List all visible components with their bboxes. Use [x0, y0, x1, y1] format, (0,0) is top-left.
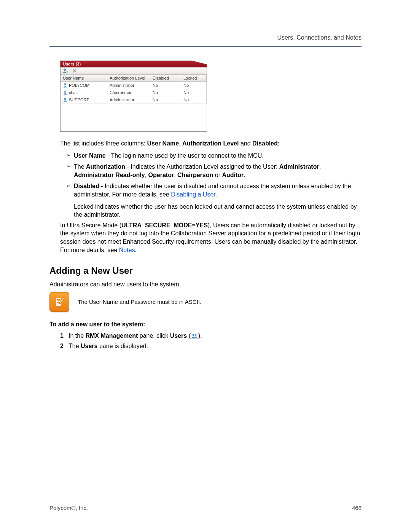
cell-disabled: No — [150, 82, 181, 89]
footer-page: 468 — [352, 505, 362, 511]
users-pane-title: Users (3) — [61, 61, 207, 67]
svg-rect-11 — [57, 302, 59, 303]
bullet-username: User Name - The login name used by the u… — [66, 152, 362, 160]
users-button-icon — [191, 333, 198, 339]
col-username: User Name — [61, 75, 107, 82]
col-authlevel: Authorization Level — [107, 75, 150, 82]
steps-list: In the RMX Management pane, click Users … — [60, 332, 362, 350]
svg-rect-9 — [57, 299, 61, 300]
users-pane: Users (3) — [60, 61, 207, 132]
col-locked: Locked — [181, 75, 207, 82]
svg-point-5 — [64, 83, 66, 85]
svg-point-14 — [193, 334, 194, 335]
svg-point-7 — [64, 98, 66, 99]
note-block: The User Name and Password must be in AS… — [49, 292, 362, 312]
step-2: The Users pane is displayed. — [60, 342, 362, 350]
cell-auth: Chairperson — [107, 89, 150, 96]
users-table-header: User Name Authorization Level Disabled L… — [61, 75, 207, 82]
link-disabling-user[interactable]: Disabling a User — [171, 191, 215, 198]
cell-username: chair — [69, 90, 78, 95]
header-rule — [49, 46, 362, 47]
users-pane-toolbar — [61, 67, 207, 75]
heading-adding-user: Adding a New User — [49, 265, 362, 277]
cell-locked: No — [181, 96, 207, 104]
adding-intro: Administrators can add new users to the … — [49, 280, 362, 289]
column-bullets: User Name - The login name used by the u… — [66, 152, 362, 199]
subhead-add-user: To add a new user to the system: — [49, 320, 362, 329]
cell-auth: Administrator — [107, 82, 150, 89]
cell-auth: Administrator — [107, 96, 150, 104]
footer-company: Polycom®, Inc. — [49, 505, 88, 511]
svg-point-0 — [64, 69, 66, 71]
svg-point-15 — [195, 334, 196, 336]
user-icon — [63, 97, 67, 102]
step-1: In the RMX Management pane, click Users … — [60, 332, 362, 340]
users-table-body: POLYCOM Administrator No No chair Chairp… — [61, 82, 207, 131]
svg-rect-10 — [57, 300, 61, 301]
note-icon — [49, 292, 69, 312]
table-row[interactable]: POLYCOM Administrator No No — [61, 82, 207, 89]
table-row[interactable]: chair Chairperson No No — [61, 89, 207, 96]
bullet-authorization: The Authorization - Indicates the Author… — [66, 163, 362, 179]
svg-point-6 — [64, 91, 66, 92]
bullet-disabled: Disabled - Indicates whether the user is… — [66, 182, 362, 198]
columns-intro: The list includes three columns: User Na… — [60, 139, 362, 148]
add-user-icon[interactable] — [63, 68, 68, 73]
cell-username: POLYCOM — [69, 83, 89, 88]
note-text: The User Name and Password must be in AS… — [78, 298, 201, 306]
user-icon — [63, 90, 67, 95]
ultra-secure-paragraph: In Ultra Secure Mode (ULTRA_SECURE_MODE=… — [60, 221, 362, 254]
locked-paragraph: Locked indicates whether the user has be… — [74, 203, 362, 219]
cell-disabled: No — [150, 96, 181, 104]
col-disabled: Disabled — [150, 75, 181, 82]
table-row[interactable]: SUPPORT Administrator No No — [61, 96, 207, 104]
page-header-section: Users, Connections, and Notes — [49, 34, 362, 41]
cell-username: SUPPORT — [69, 97, 89, 102]
delete-user-icon[interactable] — [72, 68, 77, 73]
cell-locked: No — [181, 82, 207, 89]
cell-locked: No — [181, 89, 207, 96]
link-notes[interactable]: Notes — [119, 247, 135, 253]
cell-disabled: No — [150, 89, 181, 96]
user-icon — [63, 83, 67, 88]
